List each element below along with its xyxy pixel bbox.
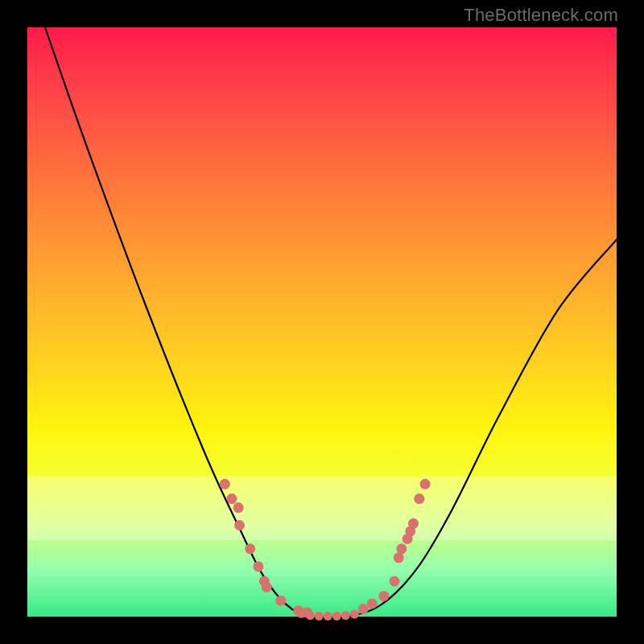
data-marker [275, 596, 286, 606]
data-marker [367, 598, 378, 609]
data-marker [233, 502, 244, 513]
data-marker [420, 479, 431, 489]
attribution-label: TheBottleneck.com [464, 5, 618, 26]
data-marker [350, 610, 359, 619]
data-marker [297, 609, 306, 618]
data-marker [253, 561, 263, 572]
data-marker [341, 611, 350, 620]
data-marker [394, 552, 404, 563]
data-marker [306, 611, 315, 620]
data-marker [408, 518, 419, 529]
data-marker [324, 612, 332, 621]
bottleneck-curve [45, 27, 617, 618]
data-marker [234, 520, 245, 530]
data-marker [332, 612, 341, 621]
data-marker [220, 479, 230, 489]
data-marker [396, 543, 407, 554]
data-marker [227, 493, 237, 504]
data-marker [414, 493, 424, 504]
data-marker [262, 582, 272, 592]
data-marker [245, 543, 255, 554]
data-marker [390, 576, 400, 587]
chart-svg [27, 27, 617, 617]
data-marker [315, 612, 324, 621]
data-marker [378, 591, 389, 601]
chart-plot-area [27, 27, 617, 617]
data-marker [358, 604, 369, 614]
marker-group-left [220, 479, 313, 618]
